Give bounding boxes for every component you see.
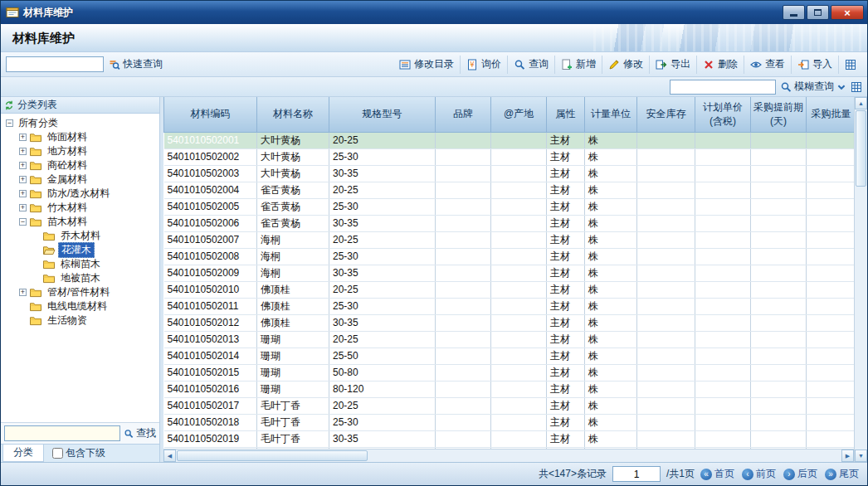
table-cell[interactable] bbox=[751, 132, 807, 148]
tree-item[interactable]: 乔木材料 bbox=[2, 229, 159, 243]
tree-item[interactable]: +管材/管件材料 bbox=[2, 285, 159, 299]
column-header[interactable]: 计划单价(含税) bbox=[695, 97, 751, 132]
table-cell[interactable]: 5401010502004 bbox=[164, 182, 257, 198]
modify-catalog-button[interactable]: 修改目录 bbox=[393, 56, 460, 74]
column-header[interactable]: 规格型号 bbox=[329, 97, 436, 132]
column-header[interactable]: 品牌 bbox=[436, 97, 491, 132]
table-cell[interactable] bbox=[695, 265, 751, 281]
column-header[interactable]: 安全库存 bbox=[637, 97, 695, 132]
fuzzy-search-input[interactable] bbox=[670, 80, 776, 95]
tab-category[interactable]: 分类 bbox=[2, 445, 44, 462]
table-cell[interactable] bbox=[695, 314, 751, 331]
table-cell[interactable]: 株 bbox=[585, 281, 637, 298]
table-cell[interactable] bbox=[436, 248, 491, 265]
table-cell[interactable] bbox=[807, 314, 855, 331]
table-cell[interactable]: 主材 bbox=[547, 298, 585, 314]
table-cell[interactable]: 30-35 bbox=[329, 265, 436, 281]
tree-item[interactable]: −苗木材料 bbox=[2, 215, 159, 229]
table-cell[interactable] bbox=[637, 265, 695, 281]
export-button[interactable]: 导出 bbox=[649, 56, 696, 74]
hscroll-track[interactable] bbox=[176, 450, 841, 462]
table-cell[interactable]: 珊瑚 bbox=[257, 381, 329, 397]
tree-find-button[interactable]: 查找 bbox=[124, 426, 156, 440]
tree-item[interactable]: −所有分类 bbox=[2, 116, 159, 130]
table-cell[interactable]: 株 bbox=[585, 182, 637, 198]
table-cell[interactable] bbox=[436, 414, 491, 430]
table-cell[interactable]: 5401010502003 bbox=[164, 165, 257, 182]
table-cell[interactable]: 株 bbox=[585, 397, 637, 414]
table-cell[interactable]: 株 bbox=[585, 430, 637, 447]
table-cell[interactable]: 主材 bbox=[547, 182, 585, 198]
table-cell[interactable] bbox=[807, 347, 855, 364]
table-cell[interactable] bbox=[807, 331, 855, 347]
table-cell[interactable] bbox=[807, 414, 855, 430]
table-row[interactable]: 5401010502012佛顶桂30-35主材株 bbox=[164, 314, 855, 331]
table-cell[interactable] bbox=[436, 148, 491, 165]
table-cell[interactable] bbox=[807, 215, 855, 231]
table-cell[interactable]: 5401010502008 bbox=[164, 248, 257, 265]
table-cell[interactable]: 主材 bbox=[547, 132, 585, 148]
table-cell[interactable] bbox=[751, 430, 807, 447]
table-cell[interactable] bbox=[637, 281, 695, 298]
table-cell[interactable]: 大叶黄杨 bbox=[257, 165, 329, 182]
table-cell[interactable]: 主材 bbox=[547, 281, 585, 298]
table-cell[interactable]: 5401010502006 bbox=[164, 215, 257, 231]
table-cell[interactable] bbox=[491, 430, 547, 447]
quick-search-input[interactable] bbox=[6, 56, 104, 72]
table-cell[interactable] bbox=[807, 182, 855, 198]
table-row[interactable]: 5401010502005雀舌黄杨25-30主材株 bbox=[164, 198, 855, 215]
column-settings-button[interactable] bbox=[851, 81, 862, 93]
table-cell[interactable] bbox=[491, 248, 547, 265]
table-cell[interactable]: 5401010502005 bbox=[164, 198, 257, 215]
table-cell[interactable] bbox=[436, 231, 491, 248]
close-button[interactable]: × bbox=[831, 5, 864, 20]
expand-icon[interactable]: + bbox=[19, 134, 27, 141]
table-cell[interactable] bbox=[695, 132, 751, 148]
table-cell[interactable]: 5401010502015 bbox=[164, 364, 257, 381]
table-row[interactable]: 5401010502001大叶黄杨20-25主材株 bbox=[164, 132, 855, 148]
table-cell[interactable]: 主材 bbox=[547, 265, 585, 281]
tree-item[interactable]: 电线电缆材料 bbox=[2, 299, 159, 313]
table-cell[interactable] bbox=[751, 231, 807, 248]
table-cell[interactable] bbox=[637, 414, 695, 430]
column-header[interactable]: 采购提前期(天) bbox=[751, 97, 807, 132]
table-cell[interactable] bbox=[436, 430, 491, 447]
table-cell[interactable]: 株 bbox=[585, 364, 637, 381]
tree-item[interactable]: 棕榈苗木 bbox=[2, 257, 159, 271]
table-cell[interactable]: 株 bbox=[585, 265, 637, 281]
table-cell[interactable] bbox=[637, 231, 695, 248]
table-cell[interactable]: 30-35 bbox=[329, 165, 436, 182]
table-cell[interactable]: 5401010502010 bbox=[164, 281, 257, 298]
table-cell[interactable] bbox=[491, 331, 547, 347]
table-cell[interactable]: 20-25 bbox=[329, 331, 436, 347]
table-cell[interactable] bbox=[637, 298, 695, 314]
table-row[interactable]: 5401010502002大叶黄杨25-30主材株 bbox=[164, 148, 855, 165]
table-cell[interactable] bbox=[751, 265, 807, 281]
tree-item[interactable]: +商砼材料 bbox=[2, 158, 159, 173]
expand-icon[interactable]: + bbox=[19, 289, 27, 296]
column-header[interactable]: @产地 bbox=[491, 97, 547, 132]
table-cell[interactable] bbox=[491, 182, 547, 198]
table-cell[interactable]: 30-35 bbox=[329, 430, 436, 447]
table-cell[interactable] bbox=[695, 364, 751, 381]
table-cell[interactable] bbox=[491, 281, 547, 298]
tree-item[interactable]: +地方材料 bbox=[2, 144, 159, 158]
table-row[interactable]: 5401010502004雀舌黄杨20-25主材株 bbox=[164, 182, 855, 198]
table-cell[interactable] bbox=[436, 298, 491, 314]
column-header[interactable]: 计量单位 bbox=[585, 97, 637, 132]
table-cell[interactable]: 25-30 bbox=[329, 198, 436, 215]
table-cell[interactable]: 珊瑚 bbox=[257, 331, 329, 347]
table-cell[interactable]: 株 bbox=[585, 198, 637, 215]
table-cell[interactable] bbox=[751, 347, 807, 364]
table-cell[interactable] bbox=[751, 248, 807, 265]
table-row[interactable]: 5401010502003大叶黄杨30-35主材株 bbox=[164, 165, 855, 182]
table-cell[interactable]: 佛顶桂 bbox=[257, 281, 329, 298]
table-cell[interactable] bbox=[751, 414, 807, 430]
column-header[interactable]: 材料编码 bbox=[164, 97, 257, 132]
vscroll-track[interactable] bbox=[855, 109, 867, 450]
fuzzy-query-button[interactable]: 模糊查询 bbox=[780, 80, 846, 94]
table-cell[interactable] bbox=[637, 165, 695, 182]
table-cell[interactable]: 佛顶桂 bbox=[257, 298, 329, 314]
table-row[interactable]: 5401010502016珊瑚80-120主材株 bbox=[164, 381, 855, 397]
table-cell[interactable] bbox=[807, 281, 855, 298]
